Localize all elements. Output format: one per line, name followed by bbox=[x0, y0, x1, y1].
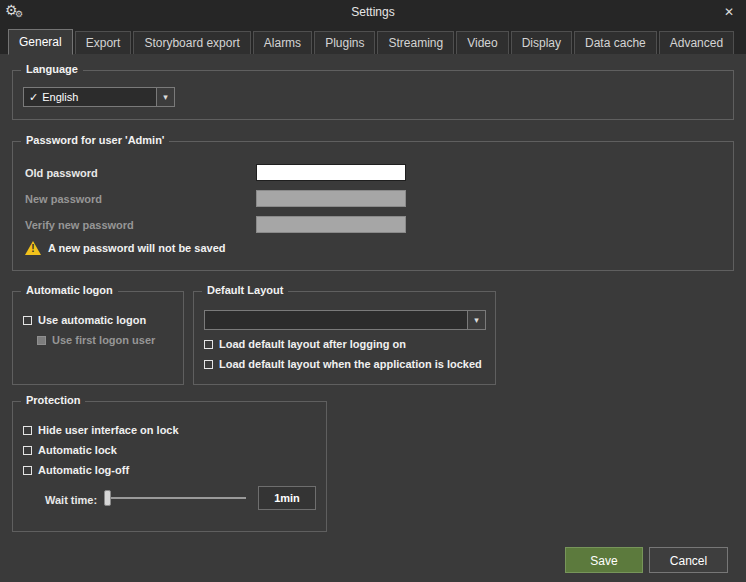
default-layout-group: Default Layout ▾ Load default layout aft… bbox=[193, 291, 496, 385]
save-button[interactable]: Save bbox=[565, 547, 643, 573]
verify-password-label: Verify new password bbox=[25, 219, 134, 231]
tab-advanced[interactable]: Advanced bbox=[659, 31, 734, 54]
slider-thumb[interactable] bbox=[104, 490, 111, 506]
checkbox-icon bbox=[37, 336, 46, 345]
use-automatic-logon-label: Use automatic logon bbox=[38, 314, 146, 326]
verify-password-field bbox=[256, 216, 406, 233]
use-automatic-logon-checkbox[interactable]: Use automatic logon bbox=[23, 314, 146, 326]
old-password-label: Old password bbox=[25, 167, 98, 179]
checkbox-icon bbox=[204, 340, 213, 349]
tab-display[interactable]: Display bbox=[511, 31, 572, 54]
checkbox-icon bbox=[23, 466, 32, 475]
general-tab-panel: Language ✓English ▾ Password for user 'A… bbox=[0, 54, 746, 582]
slider-track[interactable] bbox=[104, 497, 246, 499]
hide-user-interface-checkbox[interactable]: Hide user interface on lock bbox=[23, 424, 179, 436]
automatic-logoff-checkbox[interactable]: Automatic log-off bbox=[23, 464, 129, 476]
default-layout-selected-value bbox=[205, 311, 467, 329]
tab-export[interactable]: Export bbox=[75, 31, 132, 54]
wait-time-slider[interactable] bbox=[104, 490, 246, 506]
checkbox-icon bbox=[23, 316, 32, 325]
tab-bar: General Export Storyboard export Alarms … bbox=[0, 24, 746, 54]
warning-icon: ! bbox=[25, 241, 41, 255]
default-layout-dropdown-button[interactable]: ▾ bbox=[467, 311, 485, 329]
chevron-down-icon: ▾ bbox=[474, 315, 479, 325]
language-group: Language ✓English ▾ bbox=[12, 70, 734, 120]
old-password-field[interactable] bbox=[256, 164, 406, 181]
default-layout-legend: Default Layout bbox=[202, 284, 288, 296]
cancel-button[interactable]: Cancel bbox=[649, 547, 728, 573]
protection-group: Protection Hide user interface on lock A… bbox=[12, 401, 327, 532]
password-group: Password for user 'Admin' Old password N… bbox=[12, 141, 734, 271]
password-warning: ! A new password will not be saved bbox=[25, 241, 225, 255]
language-selected-value: ✓English bbox=[24, 88, 156, 106]
checkbox-icon bbox=[204, 360, 213, 369]
warning-exclamation: ! bbox=[25, 243, 41, 255]
language-dropdown-button[interactable]: ▾ bbox=[156, 88, 174, 106]
language-group-legend: Language bbox=[21, 63, 83, 75]
load-default-layout-after-logon-checkbox[interactable]: Load default layout after logging on bbox=[204, 338, 406, 350]
language-selected-label: English bbox=[42, 91, 78, 103]
settings-window: ⚙ ⚙ Settings ✕ General Export Storyboard… bbox=[0, 0, 746, 582]
automatic-logon-group: Automatic logon Use automatic logon Use … bbox=[12, 291, 184, 385]
tab-storyboard-export[interactable]: Storyboard export bbox=[133, 31, 250, 54]
chevron-down-icon: ▾ bbox=[163, 92, 168, 102]
wait-time-value[interactable]: 1min bbox=[258, 486, 316, 510]
use-first-logon-user-label: Use first logon user bbox=[52, 334, 155, 346]
load-default-layout-when-locked-checkbox[interactable]: Load default layout when the application… bbox=[204, 358, 482, 370]
hide-user-interface-label: Hide user interface on lock bbox=[38, 424, 179, 436]
check-icon: ✓ bbox=[29, 91, 38, 103]
default-layout-dropdown[interactable]: ▾ bbox=[204, 310, 486, 330]
language-dropdown[interactable]: ✓English ▾ bbox=[23, 87, 175, 107]
automatic-logoff-label: Automatic log-off bbox=[38, 464, 129, 476]
automatic-lock-label: Automatic lock bbox=[38, 444, 117, 456]
use-first-logon-user-checkbox: Use first logon user bbox=[37, 334, 155, 346]
tab-general[interactable]: General bbox=[8, 29, 73, 55]
new-password-label: New password bbox=[25, 193, 102, 205]
load-default-layout-after-logon-label: Load default layout after logging on bbox=[219, 338, 406, 350]
checkbox-icon bbox=[23, 426, 32, 435]
new-password-field bbox=[256, 190, 406, 207]
close-icon[interactable]: ✕ bbox=[720, 3, 738, 21]
tab-video[interactable]: Video bbox=[456, 31, 508, 54]
window-title: Settings bbox=[0, 0, 746, 24]
automatic-lock-checkbox[interactable]: Automatic lock bbox=[23, 444, 117, 456]
tab-data-cache[interactable]: Data cache bbox=[574, 31, 657, 54]
automatic-logon-legend: Automatic logon bbox=[21, 284, 118, 296]
tab-plugins[interactable]: Plugins bbox=[314, 31, 375, 54]
tab-streaming[interactable]: Streaming bbox=[377, 31, 454, 54]
tab-alarms[interactable]: Alarms bbox=[253, 31, 312, 54]
load-default-layout-when-locked-label: Load default layout when the application… bbox=[219, 358, 482, 370]
checkbox-icon bbox=[23, 446, 32, 455]
password-warning-text: A new password will not be saved bbox=[48, 242, 225, 254]
wait-time-label: Wait time: bbox=[45, 494, 97, 506]
protection-legend: Protection bbox=[21, 394, 85, 406]
password-group-legend: Password for user 'Admin' bbox=[21, 134, 169, 146]
title-bar: ⚙ ⚙ Settings ✕ bbox=[0, 0, 746, 24]
